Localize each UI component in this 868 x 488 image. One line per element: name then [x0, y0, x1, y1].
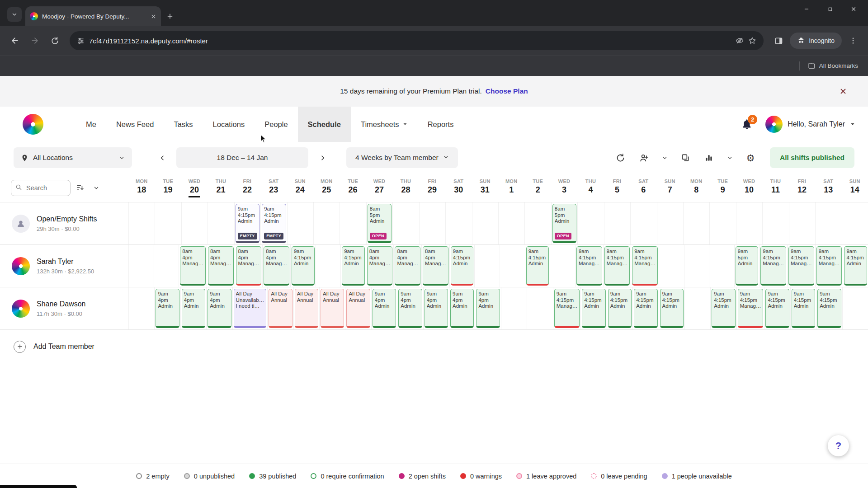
shift-cell[interactable]: 9am4:15pmManag…: [603, 245, 631, 287]
next-period-button[interactable]: [315, 150, 330, 165]
nav-item-reports[interactable]: Reports: [418, 107, 464, 142]
shift-card-leave[interactable]: All DayAnnual: [295, 289, 318, 328]
preview-eye-off-icon[interactable]: [736, 37, 744, 45]
shift-card-published[interactable]: 9am4:15pmAdmin: [844, 246, 867, 286]
shift-cell[interactable]: 8am4pmManag…: [262, 245, 290, 287]
nav-item-schedule[interactable]: Schedule: [298, 107, 351, 142]
shift-card-empty[interactable]: 9am4:15pmAdminEMPTY: [262, 204, 286, 243]
shift-card-leave[interactable]: All DayAnnual: [321, 289, 344, 328]
shift-cell[interactable]: 9am4:15pmAdmin: [525, 245, 550, 287]
shift-card-published[interactable]: 9am4:15pmAdmin: [451, 246, 474, 286]
banner-close-icon[interactable]: [839, 87, 847, 95]
shift-card-published[interactable]: 9am4:15pmAdmin: [765, 289, 789, 328]
day-header-fri-5[interactable]: FRI5: [604, 178, 630, 197]
shift-card-published[interactable]: 9am4pmAdmin: [208, 289, 231, 328]
shift-cell[interactable]: 9am4pmAdmin: [154, 287, 180, 329]
browser-tab[interactable]: Moodjoy - Powered By Deputy...: [25, 6, 161, 26]
shift-cell[interactable]: [128, 287, 154, 329]
shift-card-empty[interactable]: 9am4:15pmAdminEMPTY: [236, 204, 259, 243]
shift-cell[interactable]: [604, 202, 630, 244]
shift-card-published[interactable]: 9am5pmAdmin: [736, 246, 759, 286]
day-header-wed-27[interactable]: WED27: [366, 178, 392, 197]
shift-cell[interactable]: All DayAnnual: [345, 287, 371, 329]
shift-cell[interactable]: 9am4pmAdmin: [180, 287, 206, 329]
nav-item-locations[interactable]: Locations: [203, 107, 255, 142]
shift-cell[interactable]: 9am4:15pmAdmin: [710, 287, 736, 329]
refresh-button[interactable]: [612, 149, 629, 166]
team-member-cell[interactable]: Open/Empty Shifts29h 30m · $0.00: [0, 202, 128, 244]
shift-card-published[interactable]: 9am4:15pmAdmin: [342, 246, 365, 286]
shift-cell[interactable]: [181, 202, 208, 244]
shift-cell[interactable]: [842, 202, 868, 244]
shift-card-published[interactable]: 9am4:15pmAdmin: [712, 289, 735, 328]
shift-cell[interactable]: 9am4pmAdmin: [397, 287, 423, 329]
shift-cell[interactable]: [684, 245, 709, 287]
location-filter[interactable]: All Locations: [14, 147, 132, 168]
shift-cell[interactable]: [155, 202, 181, 244]
shift-card-open[interactable]: 8am5pmAdminOPEN: [552, 204, 576, 243]
shift-cell[interactable]: [340, 202, 366, 244]
shift-cell[interactable]: 9am4:15pmManag…: [787, 245, 815, 287]
shift-card-published[interactable]: 8am4pmManag…: [367, 246, 393, 286]
shift-cell[interactable]: 9am5pmAdmin: [734, 245, 760, 287]
day-header-sat-23[interactable]: SAT23: [260, 178, 287, 197]
shift-cell[interactable]: 9am4:15pmAdmin: [449, 245, 475, 287]
day-header-wed-10[interactable]: WED10: [736, 178, 762, 197]
settings-gear-icon[interactable]: ⚙: [742, 149, 759, 166]
bookmark-star-icon[interactable]: [748, 37, 756, 45]
tab-search-button[interactable]: [7, 7, 22, 22]
shift-cell[interactable]: 9am4pmAdmin: [423, 287, 449, 329]
team-member-cell[interactable]: Shane Dawson117h 30m · $0.00: [0, 287, 128, 329]
shift-cell[interactable]: [550, 245, 575, 287]
shift-card-published[interactable]: 9am4:15pmAdmin: [634, 289, 657, 328]
shift-cell[interactable]: 8am4pmManag…: [366, 245, 394, 287]
nav-item-timesheets[interactable]: Timesheets: [351, 107, 418, 142]
shift-card-published[interactable]: 9am4:15pmManag…: [738, 289, 764, 328]
back-button[interactable]: [6, 32, 24, 49]
window-maximize-button[interactable]: [818, 0, 842, 18]
shift-card-leave[interactable]: All DayAnnual: [269, 289, 292, 328]
day-header-mon-8[interactable]: MON8: [683, 178, 709, 197]
nav-item-me[interactable]: Me: [76, 107, 106, 142]
sort-button[interactable]: [73, 181, 87, 195]
day-header-mon-18[interactable]: MON18: [128, 178, 155, 197]
shift-cell[interactable]: [524, 202, 551, 244]
notifications-button[interactable]: 2: [741, 118, 753, 130]
shift-card-published[interactable]: 9am4pmAdmin: [450, 289, 474, 328]
shift-cell[interactable]: [128, 202, 155, 244]
team-member-cell[interactable]: Sarah Tyler132h 30m · $2,922.50: [0, 245, 128, 287]
shift-cell[interactable]: 9am4:15pmManag…: [759, 245, 787, 287]
window-minimize-button[interactable]: [795, 0, 818, 18]
shift-cell[interactable]: [762, 202, 788, 244]
shift-cell[interactable]: [657, 202, 683, 244]
choose-plan-link[interactable]: Choose Plan: [486, 87, 528, 95]
shift-cell[interactable]: [498, 202, 524, 244]
day-header-sun-24[interactable]: SUN24: [287, 178, 313, 197]
shift-cell[interactable]: 9am4:15pmAdmin: [290, 245, 316, 287]
publish-status-button[interactable]: All shifts published: [770, 147, 854, 168]
day-header-sun-31[interactable]: SUN31: [472, 178, 498, 197]
day-header-tue-9[interactable]: TUE9: [709, 178, 736, 197]
shift-cell[interactable]: [154, 245, 179, 287]
shift-cell[interactable]: 8am4pmManag…: [207, 245, 235, 287]
shift-cell[interactable]: [527, 287, 552, 329]
shift-cell[interactable]: [316, 245, 341, 287]
shift-cell[interactable]: 8am5pmAdminOPEN: [551, 202, 577, 244]
shift-cell[interactable]: [709, 202, 736, 244]
date-range-selector[interactable]: 18 Dec – 14 Jan: [176, 147, 308, 168]
shift-card-published[interactable]: 8am4pmManag…: [236, 246, 262, 286]
shift-card-published[interactable]: 9am4:15pmAdmin: [526, 246, 549, 286]
nav-item-tasks[interactable]: Tasks: [164, 107, 203, 142]
shift-card-published[interactable]: 9am4pmAdmin: [156, 289, 179, 328]
shift-card-published[interactable]: 9am4:15pmManag…: [632, 246, 658, 286]
day-header-tue-26[interactable]: TUE26: [340, 178, 366, 197]
shift-card-published[interactable]: 9am4:15pmManag…: [604, 246, 630, 286]
shift-cell[interactable]: [684, 287, 710, 329]
add-shift-button[interactable]: [635, 149, 652, 166]
shift-cell[interactable]: [419, 202, 445, 244]
browser-menu-icon[interactable]: [844, 32, 862, 49]
shift-card-leave[interactable]: All DayAnnual: [346, 289, 370, 328]
shift-cell[interactable]: [474, 245, 500, 287]
nav-item-people[interactable]: People: [255, 107, 297, 142]
shift-card-published[interactable]: 9am4pmAdmin: [398, 289, 422, 328]
